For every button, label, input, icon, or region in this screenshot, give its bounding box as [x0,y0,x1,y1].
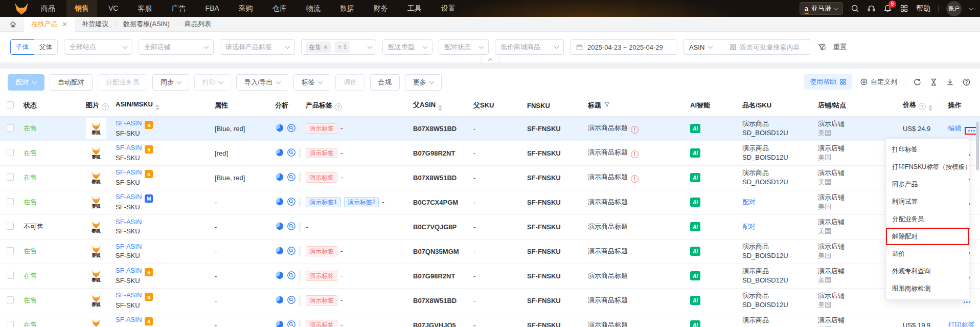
sort-icon[interactable] [155,104,159,111]
asin-link[interactable]: SF-ASIN [116,218,142,226]
keyword-search-icon[interactable] [287,222,296,232]
row-action-link[interactable]: 编辑 [948,124,962,132]
marketplace-selector[interactable]: a 亚马逊 [800,2,843,15]
nav-item-FBA[interactable]: FBA [197,0,227,17]
menu-item-打印FNSKU标签（按模板）[interactable]: 打印FNSKU标签（按模板） [886,158,969,176]
pair-link[interactable]: 配对 [742,223,756,230]
info-icon[interactable]: ? [102,103,109,111]
trend-chart-icon[interactable] [299,246,301,256]
trend-chart-icon[interactable] [299,148,301,158]
row-checkbox[interactable] [7,321,14,327]
asin-link[interactable]: SF-ASIN [116,168,142,176]
ai-smart-icon[interactable]: AI [690,173,700,182]
menu-item-调价[interactable]: 调价 [886,245,969,263]
sales-pie-chart-icon[interactable] [275,246,284,257]
trend-chart-icon[interactable] [299,271,301,281]
toolbar-button-更多[interactable]: 更多 [405,74,442,91]
title-warning-icon[interactable]: ! [631,126,639,134]
keyword-search-icon[interactable] [287,271,296,281]
product-image[interactable]: 赛狐 [86,167,106,188]
tab-数据看板(ASIN)[interactable]: 数据看板(ASIN) [116,17,177,32]
trend-chart-icon[interactable] [299,172,301,183]
close-tab-icon[interactable]: ✕ [62,20,67,28]
row-checkbox[interactable] [7,247,14,254]
nav-item-仓库[interactable]: 仓库 [264,0,295,17]
filter-funnel-icon[interactable] [604,101,610,108]
row-checkbox[interactable] [7,296,14,303]
nav-item-VC[interactable]: VC [100,0,126,17]
nav-item-财务[interactable]: 财务 [366,0,396,17]
delivery-type-select[interactable]: 配送类型 [382,39,432,55]
product-image[interactable]: 赛狐 [86,290,106,311]
keyword-search-icon[interactable] [287,197,296,208]
site-select[interactable]: 全部站点 [64,39,132,55]
home-icon[interactable] [9,20,17,28]
toggle-parent[interactable]: 父体 [34,39,58,55]
asin-link[interactable]: SF-ASIN [116,119,142,127]
ai-smart-icon[interactable]: AI [690,296,700,305]
toolbar-button-配对[interactable]: 配对 [8,74,44,91]
toolbar-button-同步[interactable]: 同步 [152,74,189,91]
ai-smart-icon[interactable]: AI [690,148,700,158]
trend-chart-icon[interactable] [299,197,301,207]
help-link[interactable]: 帮助 [916,4,930,13]
status-multiselect[interactable]: 在售✕ + 1 [301,39,376,55]
sales-pie-chart-icon[interactable] [275,320,284,327]
download-icon[interactable] [946,78,954,86]
sales-pie-chart-icon[interactable] [275,295,284,306]
trend-chart-icon[interactable] [299,320,301,327]
nav-item-客服[interactable]: 客服 [129,0,160,17]
sales-pie-chart-icon[interactable] [275,197,284,208]
sort-icon[interactable] [928,105,932,111]
ai-smart-icon[interactable]: AI [690,247,700,256]
task-hourglass-icon[interactable] [929,78,938,86]
asin-link[interactable]: SF-ASIN [116,144,142,151]
keyword-search-icon[interactable] [287,246,296,257]
ai-smart-icon[interactable]: AI [690,271,700,280]
search-type-select[interactable]: ASIN [684,43,717,51]
apps-grid-icon[interactable] [900,4,908,13]
sales-pie-chart-icon[interactable] [275,271,284,281]
info-icon[interactable]: ? [919,103,926,110]
tab-商品列表[interactable]: 商品列表 [177,17,218,32]
product-tag[interactable]: 演示标签 [306,246,337,256]
row-checkbox[interactable] [7,173,14,181]
asin-link[interactable]: SF-ASIN [116,243,142,250]
toolbar-button-分配业务员[interactable]: 分配业务员 [98,74,147,91]
customize-columns-button[interactable]: 自定义列 [860,77,897,86]
info-icon[interactable]: ? [335,103,342,111]
search-icon[interactable] [851,4,859,13]
trend-chart-icon[interactable] [299,123,301,134]
nav-item-销售[interactable]: 销售 [66,0,97,17]
vertical-scrollbar-thumb[interactable] [976,122,979,170]
app-logo-fox-icon[interactable] [12,2,31,15]
keyword-search-icon[interactable] [287,295,296,306]
menu-item-分配业务员[interactable]: 分配业务员 [886,210,969,228]
ai-smart-icon[interactable]: AI [690,222,700,231]
shop-select[interactable]: 全部店铺 [139,39,214,55]
tab-补货建议[interactable]: 补货建议 [75,17,116,32]
product-tag[interactable]: 演示标签 [306,148,337,158]
tab-在线产品[interactable]: 在线产品✕ [24,17,75,32]
date-range-picker[interactable]: 2025-04-23 ~ 2025-04-29 [570,39,677,55]
lowprice-select[interactable]: 低价商城商品 [495,39,564,55]
reset-button[interactable]: 重置 [833,42,847,52]
ai-smart-icon[interactable]: AI [690,320,700,327]
collapse-filters-tab[interactable] [481,56,500,63]
toolbar-button-合规[interactable]: 合规 [370,74,400,91]
toolbar-button-调价[interactable]: 调价 [335,74,365,91]
toolbar-button-自动配对[interactable]: 自动配对 [50,74,93,91]
row-checkbox[interactable] [7,149,14,156]
sales-pie-chart-icon[interactable] [275,148,284,159]
product-tag[interactable]: 演示标签1 [306,197,341,207]
product-tag[interactable]: 演示标签 [306,172,337,183]
product-tag[interactable]: 演示标签 [306,320,337,327]
sales-pie-chart-icon[interactable] [275,123,284,134]
account-avatar[interactable]: 账户 [946,1,962,16]
row-checkbox[interactable] [7,124,14,132]
trend-chart-icon[interactable] [299,295,301,306]
nav-item-物流[interactable]: 物流 [298,0,329,17]
remove-chip-icon[interactable]: ✕ [323,44,328,51]
toolbar-button-导入/导出[interactable]: 导入/导出 [236,74,288,91]
product-tag[interactable]: 演示标签 [306,123,337,134]
